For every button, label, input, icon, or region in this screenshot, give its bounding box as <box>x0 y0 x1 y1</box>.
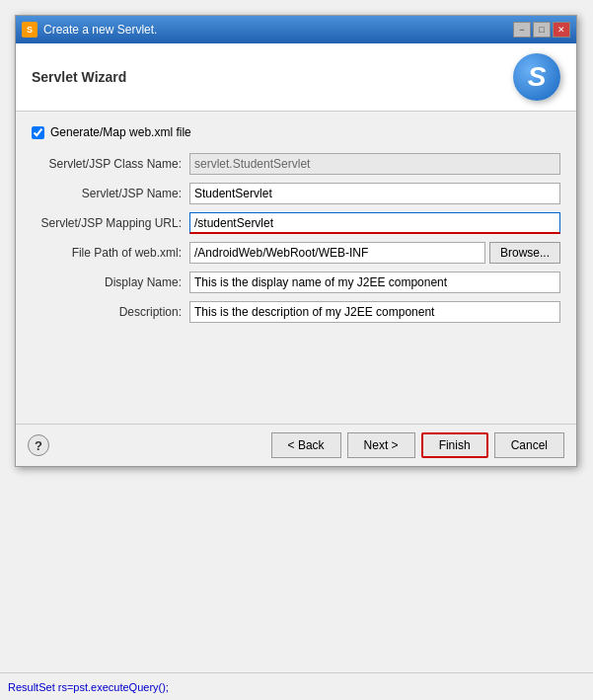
mapping-url-label: Servlet/JSP Mapping URL: <box>32 216 189 230</box>
ide-bottom-text: ResultSet rs=pst.executeQuery(); <box>8 681 169 693</box>
help-button[interactable]: ? <box>28 434 49 456</box>
back-button[interactable]: < Back <box>271 432 341 458</box>
wizard-header: Servlet Wizard S <box>16 43 576 112</box>
nav-buttons: < Back Next > Finish Cancel <box>271 432 564 458</box>
finish-button[interactable]: Finish <box>421 432 488 458</box>
servlet-name-row: Servlet/JSP Name: <box>32 183 560 204</box>
class-name-label: Servlet/JSP Class Name: <box>32 157 189 171</box>
file-path-row: File Path of web.xml: Browse... <box>32 242 560 264</box>
help-section: ? <box>28 434 49 456</box>
class-name-row: Servlet/JSP Class Name: <box>32 153 560 175</box>
servlet-wizard-dialog: S Create a new Servlet. − □ ✕ Servlet Wi… <box>15 15 577 467</box>
generate-webxml-checkbox[interactable] <box>32 126 44 139</box>
form-area: Generate/Map web.xml file Servlet/JSP Cl… <box>16 112 576 424</box>
generate-webxml-row: Generate/Map web.xml file <box>32 125 560 139</box>
servlet-name-label: Servlet/JSP Name: <box>32 187 189 200</box>
close-button[interactable]: ✕ <box>553 22 570 38</box>
dialog-title: Create a new Servlet. <box>43 23 513 37</box>
display-name-row: Display Name: <box>32 272 560 293</box>
servlet-name-input[interactable] <box>189 183 560 204</box>
mapping-url-input[interactable] <box>189 212 560 234</box>
display-name-input[interactable] <box>189 272 560 293</box>
class-name-input[interactable] <box>189 153 560 175</box>
maximize-button[interactable]: □ <box>533 22 551 38</box>
wizard-title: Servlet Wizard <box>32 69 126 85</box>
description-label: Description: <box>32 305 189 319</box>
file-path-label: File Path of web.xml: <box>32 246 189 260</box>
svg-text:S: S <box>27 25 33 35</box>
mapping-url-row: Servlet/JSP Mapping URL: <box>32 212 560 234</box>
form-spacer <box>32 331 560 410</box>
description-row: Description: <box>32 301 560 323</box>
file-path-input[interactable] <box>189 242 485 264</box>
minimize-button[interactable]: − <box>513 22 531 38</box>
wizard-logo: S <box>513 53 560 101</box>
title-bar: S Create a new Servlet. − □ ✕ <box>16 16 576 43</box>
window-controls: − □ ✕ <box>513 22 570 38</box>
button-bar: ? < Back Next > Finish Cancel <box>16 424 576 466</box>
cancel-button[interactable]: Cancel <box>494 432 564 458</box>
ide-status-bar: ResultSet rs=pst.executeQuery(); <box>0 672 593 700</box>
description-input[interactable] <box>189 301 560 323</box>
dialog-icon: S <box>22 22 37 38</box>
generate-webxml-label: Generate/Map web.xml file <box>50 125 191 139</box>
display-name-label: Display Name: <box>32 275 189 289</box>
next-button[interactable]: Next > <box>347 432 415 458</box>
browse-button[interactable]: Browse... <box>489 242 560 264</box>
